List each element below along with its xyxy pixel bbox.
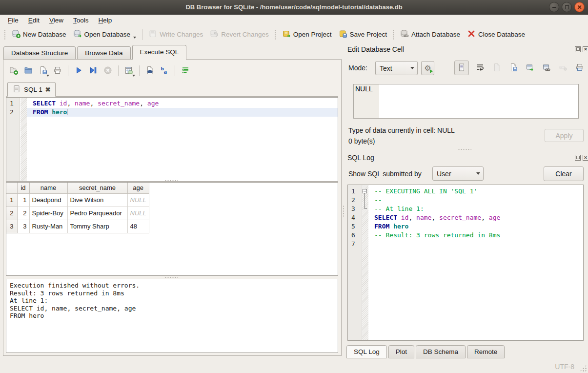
float-icon[interactable] [575, 46, 581, 52]
row-header[interactable]: 1 [6, 193, 17, 207]
row-header[interactable]: 2 [6, 207, 17, 220]
open-project-icon [282, 29, 291, 40]
apply-settings-gear-icon[interactable]: ⚙ [421, 61, 434, 75]
print-sql-button[interactable] [51, 64, 64, 77]
execute-current-line-button[interactable] [87, 64, 100, 77]
tab-execute-sql[interactable]: Execute SQL [132, 45, 187, 60]
format-sql-button[interactable] [179, 64, 192, 77]
sql-tab-label: SQL 1 [24, 86, 42, 93]
export-results-button[interactable] [122, 64, 135, 77]
mode-select[interactable]: Text [375, 61, 418, 75]
execute-sql-pane: ba SQL 1 ✖ 1SELECT id, name, secret_name… [3, 59, 342, 356]
open-project-button[interactable]: Open Project [279, 27, 335, 41]
code-line-7: 7 [348, 240, 583, 249]
cell-secret_name[interactable]: Pedro Parqueador [67, 207, 127, 220]
dock-splitter[interactable] [458, 148, 471, 151]
clear-log-button[interactable]: Clear [544, 166, 584, 181]
mode-select-value: Text [376, 64, 407, 72]
code-text: -- [368, 196, 583, 205]
close-tab-icon[interactable]: ✖ [45, 86, 51, 93]
sql-submitter-select[interactable]: User [432, 166, 484, 181]
minimize-icon[interactable] [549, 2, 559, 12]
chevron-down-icon[interactable] [133, 37, 136, 39]
cell-age[interactable]: NULL [127, 207, 149, 220]
save-sql-file-button[interactable] [37, 64, 49, 77]
tab-database-structure[interactable]: Database Structure [3, 46, 76, 60]
tab-db-schema[interactable]: DB Schema [416, 345, 466, 358]
toolbar-handle[interactable] [392, 29, 395, 40]
menu-edit[interactable]: Edit [23, 15, 44, 25]
text-document-button[interactable] [454, 61, 469, 75]
resize-grip[interactable] [580, 365, 587, 372]
open-external-button[interactable] [525, 62, 535, 73]
maximize-icon[interactable] [562, 2, 572, 12]
row-header[interactable]: 3 [6, 220, 17, 233]
column-header-age[interactable]: age [127, 183, 149, 193]
attach-database-button[interactable]: Attach Database [397, 27, 464, 41]
token: FROM [374, 223, 389, 230]
cell-id[interactable]: 1 [17, 193, 29, 207]
token: , [140, 100, 147, 107]
cell-value-editor[interactable]: NULL [353, 84, 579, 119]
tab-plot[interactable]: Plot [388, 345, 414, 358]
export-data-button[interactable] [508, 62, 519, 73]
close-database-button[interactable]: Close Database [464, 27, 528, 41]
column-header-secret_name[interactable]: secret_name [67, 183, 127, 193]
tab-sql-log[interactable]: SQL Log [346, 345, 387, 358]
import-data-icon [492, 63, 501, 73]
new-database-button[interactable]: New Database [8, 27, 70, 41]
cell-id[interactable]: 3 [17, 220, 29, 233]
execute-all-button[interactable] [72, 64, 85, 77]
code-text: -- At line 1: [368, 205, 583, 213]
fold-marker-column [362, 240, 368, 249]
set-null-icon [559, 63, 568, 73]
cell-id[interactable]: 2 [17, 207, 29, 220]
menu-file[interactable]: File [3, 15, 23, 25]
column-header-id[interactable]: id [17, 183, 29, 193]
find-text-button[interactable] [143, 64, 156, 77]
open-database-button[interactable]: Open Database [70, 27, 140, 41]
cell-secret_name[interactable]: Tommy Sharp [67, 220, 127, 233]
menu-tools[interactable]: Tools [68, 15, 94, 25]
cell-secret_name[interactable]: Dive Wilson [67, 193, 127, 207]
collapse-icon[interactable] [363, 189, 367, 193]
new-sql-tab-button[interactable] [7, 64, 20, 77]
token: FROM [33, 108, 48, 116]
cell-age[interactable]: NULL [127, 193, 149, 207]
menu-help[interactable]: Help [94, 15, 117, 25]
copy-link-button[interactable] [541, 62, 552, 73]
tab-sql-1[interactable]: SQL 1 ✖ [7, 82, 56, 97]
token: -- EXECUTING ALL IN 'SQL 1' [374, 187, 477, 195]
sql-log-view[interactable]: 1-- EXECUTING ALL IN 'SQL 1'2--3-- At li… [347, 185, 584, 341]
open-sql-file-icon [24, 66, 33, 76]
table-row: 22Spider-BoyPedro ParqueadorNULL [6, 207, 149, 220]
token: , [408, 214, 416, 221]
chevron-down-icon[interactable] [132, 75, 135, 77]
close-icon[interactable]: ✕ [583, 46, 588, 52]
float-icon[interactable] [575, 155, 581, 161]
cell-name[interactable]: Deadpond [29, 193, 67, 207]
close-icon[interactable]: ✕ [583, 155, 588, 161]
toolbar-handle[interactable] [4, 29, 6, 40]
word-wrap-button[interactable] [475, 62, 486, 73]
tab-browse-data[interactable]: Browse Data [77, 46, 130, 60]
sql-log-dock-title: SQL Log [347, 154, 374, 162]
column-header-name[interactable]: name [29, 183, 67, 193]
cell-name[interactable]: Spider-Boy [29, 207, 67, 220]
sql-submitter-value: User [433, 170, 473, 178]
print-cell-button[interactable] [574, 62, 585, 73]
menu-view[interactable]: View [44, 15, 68, 25]
cell-age[interactable]: 48 [127, 220, 149, 233]
auto-complete-button[interactable]: ba [158, 64, 171, 77]
chevron-down-icon[interactable] [46, 75, 49, 77]
toolbar-handle[interactable] [274, 29, 277, 40]
tab-remote[interactable]: Remote [467, 345, 505, 358]
sql-editor[interactable]: 1SELECT id, name, secret_name, age2FROM … [6, 97, 338, 182]
save-project-button[interactable]: Save Project [335, 27, 391, 41]
corner-header[interactable] [6, 183, 17, 193]
left-right-splitter[interactable] [343, 205, 345, 218]
execution-message-area[interactable]: Execution finished without errors. Resul… [6, 279, 338, 353]
close-icon[interactable]: ✕ [574, 2, 585, 12]
cell-name[interactable]: Rusty-Man [29, 220, 67, 233]
open-sql-file-button[interactable] [22, 64, 35, 77]
